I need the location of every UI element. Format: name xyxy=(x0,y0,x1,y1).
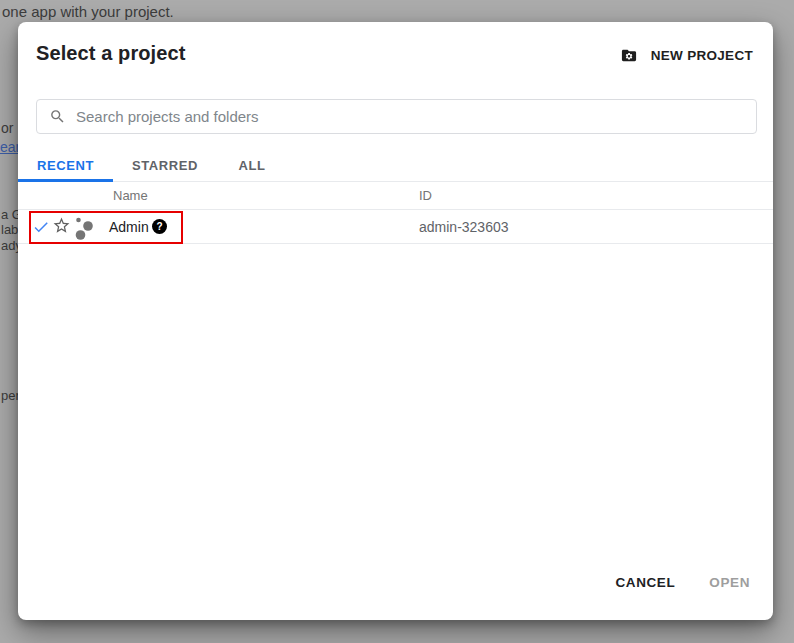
search-box xyxy=(36,99,757,134)
cancel-button[interactable]: CANCEL xyxy=(613,569,677,596)
column-header-name: Name xyxy=(113,188,148,203)
tab-all[interactable]: ALL xyxy=(217,149,287,182)
tab-starred[interactable]: STARRED xyxy=(113,149,217,182)
project-table-header: Name ID xyxy=(18,182,773,210)
page: { "page_background": { "top_text": "one … xyxy=(0,0,794,643)
project-row-admin[interactable]: Admin ? admin-323603 xyxy=(18,210,773,244)
project-name: Admin xyxy=(109,219,149,235)
help-icon[interactable]: ? xyxy=(152,219,167,234)
star-outline-icon[interactable] xyxy=(52,216,71,239)
dialog-title: Select a project xyxy=(36,42,185,65)
tab-bar: RECENT STARRED ALL xyxy=(18,149,773,182)
background-text-fragment: per xyxy=(1,388,20,403)
background-text-fragment: lab xyxy=(1,222,18,237)
new-project-folder-icon xyxy=(619,47,639,64)
project-id: admin-323603 xyxy=(419,219,509,235)
new-project-label: NEW PROJECT xyxy=(651,48,753,63)
background-text-fragment: or xyxy=(1,120,13,136)
open-button[interactable]: OPEN xyxy=(707,569,752,596)
new-project-button[interactable]: NEW PROJECT xyxy=(617,42,755,68)
background-text-top: one app with your project. xyxy=(2,3,174,20)
select-project-dialog: Select a project NEW PROJECT RECENT STAR… xyxy=(18,22,773,620)
search-icon xyxy=(49,108,66,125)
tab-recent[interactable]: RECENT xyxy=(18,149,113,182)
column-header-id: ID xyxy=(419,188,432,203)
dialog-footer: CANCEL OPEN xyxy=(613,569,752,596)
selected-check-icon xyxy=(32,218,50,240)
project-dots-icon xyxy=(74,215,95,244)
search-input[interactable] xyxy=(76,108,756,125)
